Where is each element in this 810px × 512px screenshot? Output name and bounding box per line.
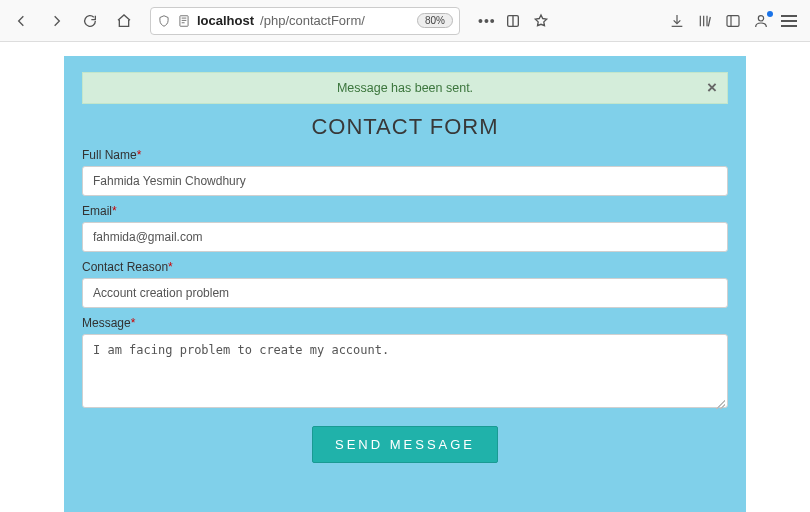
arrow-right-icon: [48, 13, 64, 29]
back-button[interactable]: [8, 7, 36, 35]
reload-icon: [82, 13, 98, 29]
reload-button[interactable]: [76, 7, 104, 35]
url-path: /php/contactForm/: [260, 13, 365, 28]
bookmark-button[interactable]: [530, 7, 552, 35]
viewport: Message has been sent. × CONTACT FORM Fu…: [0, 42, 810, 512]
send-button[interactable]: SEND MESSAGE: [312, 426, 498, 463]
sidebar-button[interactable]: [724, 12, 742, 30]
url-bar[interactable]: localhost/php/contactForm/ 80%: [150, 7, 460, 35]
message-label: Message*: [82, 316, 728, 330]
page-actions-icon[interactable]: •••: [478, 13, 496, 29]
url-host: localhost: [197, 13, 254, 28]
alert-text: Message has been sent.: [337, 81, 473, 95]
fullname-label: Full Name*: [82, 148, 728, 162]
message-textarea[interactable]: [82, 334, 728, 408]
shield-icon: [157, 14, 171, 28]
arrow-left-icon: [14, 13, 30, 29]
account-button[interactable]: [752, 12, 770, 30]
zoom-level[interactable]: 80%: [417, 13, 453, 28]
sidebar-icon: [725, 13, 741, 29]
success-alert: Message has been sent. ×: [82, 72, 728, 104]
home-icon: [116, 13, 132, 29]
library-button[interactable]: [696, 12, 714, 30]
notification-dot: [767, 11, 773, 17]
svg-point-3: [758, 15, 763, 20]
browser-toolbar: localhost/php/contactForm/ 80% •••: [0, 0, 810, 42]
fullname-input[interactable]: [82, 166, 728, 196]
star-icon: [533, 13, 549, 29]
email-label: Email*: [82, 204, 728, 218]
reader-icon: [505, 13, 521, 29]
page-icon: [177, 14, 191, 28]
contact-panel: Message has been sent. × CONTACT FORM Fu…: [64, 56, 746, 512]
hamburger-icon: [781, 15, 797, 27]
reason-input[interactable]: [82, 278, 728, 308]
library-icon: [697, 13, 713, 29]
home-button[interactable]: [110, 7, 138, 35]
reason-label: Contact Reason*: [82, 260, 728, 274]
svg-rect-2: [727, 15, 739, 26]
menu-button[interactable]: [780, 12, 798, 30]
forward-button[interactable]: [42, 7, 70, 35]
email-input[interactable]: [82, 222, 728, 252]
reader-mode-button[interactable]: [502, 7, 524, 35]
download-icon: [669, 13, 685, 29]
form-title: CONTACT FORM: [82, 114, 728, 140]
downloads-button[interactable]: [668, 12, 686, 30]
svg-rect-0: [180, 15, 188, 26]
toolbar-right: [668, 12, 802, 30]
alert-close-button[interactable]: ×: [707, 78, 717, 98]
